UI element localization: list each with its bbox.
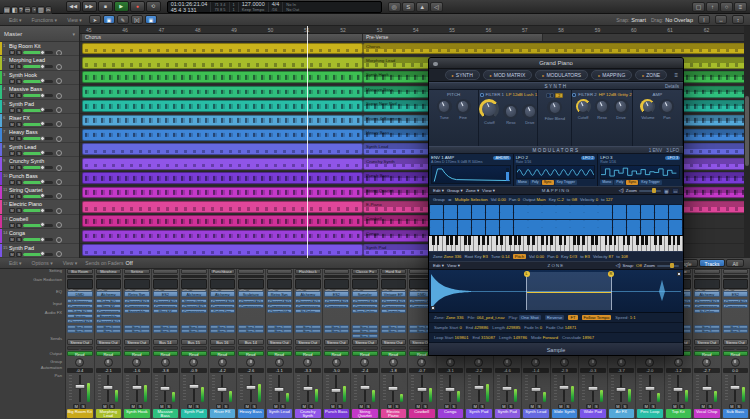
eq-thumbnail[interactable]	[266, 279, 294, 290]
mute-button[interactable]: M	[358, 404, 364, 409]
fx-slot[interactable]: Tube EQ	[96, 299, 122, 304]
mute-button[interactable]: M	[729, 404, 735, 409]
fx-slot[interactable]: Tube EQ	[67, 309, 93, 314]
black-key[interactable]	[673, 236, 676, 245]
volume-thumb[interactable]	[40, 193, 45, 198]
channel-strip[interactable]: Classic FuSamplerChannel EQCompressorTap…	[351, 269, 380, 419]
zone-field[interactable]: Fade In 0	[524, 325, 542, 330]
mute-button[interactable]: M	[415, 404, 421, 409]
black-key[interactable]	[654, 236, 657, 245]
knob-drive[interactable]: Drive	[522, 104, 537, 125]
sample-end-handle[interactable]	[677, 272, 681, 276]
solo-button[interactable]: S	[251, 404, 257, 409]
send-slot[interactable]: Bus 2	[352, 329, 378, 333]
channel-name[interactable]: Top Kit	[666, 409, 692, 418]
zone-menu-edit[interactable]: Edit ▾	[433, 263, 444, 268]
zone-cell[interactable]	[627, 227, 641, 234]
fx-slot[interactable]: Channel EQ	[238, 299, 264, 304]
fx-slot[interactable]: Tape Delay	[352, 309, 378, 314]
zone-field[interactable]: Key D#3	[561, 254, 577, 259]
channel-name[interactable]: String Quartet	[352, 409, 378, 418]
input-monitor-icon[interactable]	[56, 50, 62, 56]
track-header[interactable]: 7Heavy BassMS	[0, 128, 79, 142]
zone-cell[interactable]	[444, 227, 458, 234]
black-key[interactable]	[668, 236, 671, 245]
pan-knob[interactable]	[588, 358, 597, 367]
fader-cap[interactable]	[673, 387, 684, 392]
zone-cell[interactable]	[500, 205, 514, 212]
channel-strip[interactable]: SettingRetro SynChannel EQCompressorEnse…	[123, 269, 152, 419]
solo-button[interactable]: S	[479, 404, 485, 409]
mute-button[interactable]: M	[273, 404, 279, 409]
fx-slot[interactable]: Channel EQ	[723, 299, 749, 304]
grid-view-icon[interactable]: ▦	[663, 188, 670, 194]
pan-knob[interactable]	[360, 358, 369, 367]
solo-button[interactable]: S	[593, 404, 599, 409]
mute-button[interactable]: M	[9, 151, 15, 156]
send-slot[interactable]: Bus 2	[694, 329, 720, 333]
track-header[interactable]: 2Morphing LeadMS	[0, 56, 79, 70]
black-key[interactable]	[509, 236, 512, 245]
send-slot[interactable]: Bus 2	[267, 329, 293, 333]
mod-foot-sync[interactable]: Sync	[542, 180, 554, 185]
solo-button[interactable]: S	[223, 404, 229, 409]
fx-slot[interactable]: Channel EQ	[67, 319, 93, 324]
pan-knob[interactable]	[161, 358, 170, 367]
zone-cell[interactable]	[528, 220, 542, 227]
mixer-menu-edit[interactable]: Edit ▾	[6, 260, 25, 266]
black-key[interactable]	[496, 236, 499, 245]
mute-button[interactable]: M	[244, 404, 250, 409]
pan-knob[interactable]	[617, 358, 626, 367]
mapping-zoom-slider[interactable]	[639, 190, 661, 192]
plugin-title-bar[interactable]: Grand Piano	[429, 58, 683, 69]
mod-mode-chip[interactable]: LFO 2	[581, 156, 596, 160]
input-monitor-icon[interactable]	[56, 179, 62, 185]
group-field[interactable]: Velocity 0	[580, 197, 598, 202]
send-slot[interactable]: Bus 2	[67, 329, 93, 333]
fader-cap[interactable]	[701, 386, 712, 391]
mute-button[interactable]: M	[672, 404, 678, 409]
mod-display[interactable]	[516, 165, 596, 180]
input-slot[interactable]: Sculpture	[237, 290, 265, 298]
mute-button[interactable]: M	[9, 237, 15, 242]
send-slot[interactable]: Bus 1	[181, 325, 207, 329]
zone-cell[interactable]	[627, 212, 641, 219]
fx-slot[interactable]: Compressor	[267, 304, 293, 309]
knob-drive[interactable]: Drive	[614, 99, 629, 120]
mod-panel-lfo-3[interactable]: LFO 3LFO 3Rate 1/16MonoPolySyncKey Trigg…	[598, 154, 683, 186]
fx-slot[interactable]: Channel EQ	[210, 299, 236, 304]
zone-cell[interactable]	[444, 212, 458, 219]
channel-name[interactable]: Synth Pad	[495, 409, 521, 418]
send-slot[interactable]: Bus 2	[295, 329, 321, 333]
volume-thumb[interactable]	[40, 121, 45, 126]
zone-cell[interactable]	[472, 220, 486, 227]
midi-in-icon[interactable]: ▣	[145, 15, 157, 24]
channel-name[interactable]: Synth Hook	[124, 409, 150, 418]
zone-cell[interactable]	[486, 205, 500, 212]
zone-field[interactable]: Tune 0.14	[491, 254, 510, 259]
track-volume-slider[interactable]	[23, 137, 53, 140]
solo-button[interactable]: S	[365, 404, 371, 409]
solo-button[interactable]: S	[16, 165, 22, 170]
track-header[interactable]: 6Riser FXMS	[0, 114, 79, 128]
track-header[interactable]: 3Synth HookMS	[0, 71, 79, 85]
zone-field[interactable]: Velocity 87	[593, 254, 613, 259]
pan-knob[interactable]	[332, 358, 341, 367]
send-slot[interactable]: Bus 2	[153, 329, 179, 333]
track-header[interactable]: 10Punch BassMS	[0, 172, 79, 186]
black-key[interactable]	[455, 236, 458, 245]
track-header[interactable]: 9Crunchy SynthMS	[0, 157, 79, 171]
knob-filter-blend[interactable]: Filter Blend	[545, 100, 565, 121]
output-slot[interactable]: Stereo Out	[722, 339, 750, 346]
input-monitor-icon[interactable]	[56, 208, 62, 214]
fader-cap[interactable]	[217, 387, 228, 392]
zone-speaker-icon[interactable]: ◁)	[616, 263, 621, 268]
fx-slot[interactable]: Compressor	[181, 309, 207, 314]
send-slot[interactable]: Bus 1	[67, 325, 93, 329]
send-slot[interactable]: Bus 2	[96, 329, 122, 333]
zone-cell[interactable]	[500, 220, 514, 227]
track-volume-slider[interactable]	[23, 80, 53, 83]
eq-thumbnail[interactable]	[123, 279, 151, 290]
zone-cell[interactable]	[669, 212, 683, 219]
send-slot[interactable]: Bus 1	[352, 325, 378, 329]
